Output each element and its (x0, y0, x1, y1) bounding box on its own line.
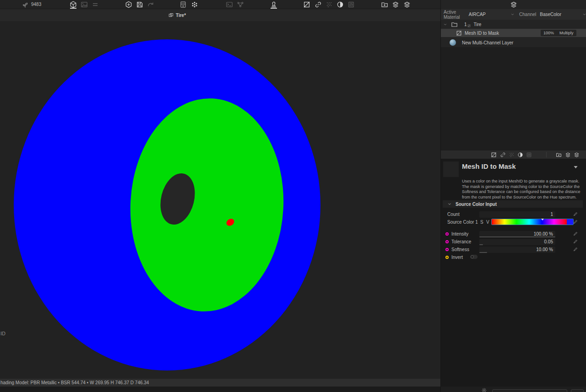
status-bar-text: hading Model: PBR Metallic • BSR 544.74 … (0, 380, 149, 385)
hue-marker-caret[interactable] (541, 219, 544, 220)
stamp-tool-icon[interactable] (270, 1, 277, 8)
channel-select[interactable]: BaseColor (540, 12, 561, 17)
cube-view-icon[interactable] (70, 1, 77, 8)
render-icon[interactable] (179, 1, 187, 8)
softness-label: Softness (451, 247, 469, 252)
count-row: Count 1 (441, 211, 586, 218)
status-bar: hading Model: PBR Metallic • BSR 544.74 … (0, 379, 440, 387)
toolbar-divider (546, 152, 547, 157)
tolerance-slider[interactable]: 0.05 (479, 239, 555, 245)
param-indicator-icon[interactable] (445, 256, 449, 259)
expand-caret-icon[interactable] (443, 22, 447, 27)
mask-layer-row[interactable]: Mesh ID to Mask 100% Multiply (441, 29, 586, 37)
link-icon[interactable] (500, 152, 506, 158)
param-indicator-icon[interactable] (445, 248, 449, 251)
tri-count: 9483 (31, 2, 41, 7)
image-view-icon[interactable] (81, 1, 88, 8)
toggle-knob (471, 255, 474, 258)
layer-opacity[interactable]: 100% (543, 31, 554, 35)
active-material-label: Active Material (444, 10, 465, 20)
levels-icon[interactable] (526, 152, 532, 158)
gear-icon[interactable] (481, 387, 487, 392)
layer-blend-mode[interactable]: Multiply (559, 31, 574, 35)
hue-spectrum-control[interactable] (491, 219, 574, 225)
layer-icon[interactable] (392, 1, 399, 8)
link-icon[interactable] (315, 1, 322, 8)
hex-add-icon[interactable] (125, 1, 132, 8)
layers-panel-icon[interactable] (510, 1, 517, 8)
active-material-select[interactable]: AIRCAP (469, 12, 486, 17)
effect-title: Mesh ID to Mask (462, 162, 572, 170)
contrast-icon[interactable] (517, 152, 523, 158)
edit-pencil-icon[interactable] (573, 239, 578, 244)
mask-icon[interactable] (491, 152, 497, 158)
fill-layer-row[interactable]: New Multi-Channel Layer (441, 38, 586, 47)
layer-icon[interactable] (565, 152, 571, 158)
chevron-down-icon (447, 202, 452, 206)
invert-toggle[interactable] (470, 254, 478, 259)
triangle-down-icon[interactable] (573, 164, 579, 170)
mask-effects-toolbar (441, 150, 586, 159)
viewport-tab-label: Tire* (176, 13, 186, 18)
list-view-icon[interactable] (92, 1, 99, 8)
count-slider[interactable]: 1 (479, 211, 555, 218)
layer-blend-chip[interactable]: 100% Multiply (541, 30, 576, 36)
cutoff-dropdown[interactable] (492, 389, 567, 392)
selected-color-swatch[interactable] (567, 219, 573, 225)
layers-icon[interactable] (403, 1, 411, 8)
slider-fill (479, 244, 483, 245)
viewport-tab[interactable]: Tire* (168, 11, 186, 19)
cutoff-button[interactable] (571, 389, 584, 392)
split-view-icon (168, 13, 174, 18)
particles-icon[interactable] (191, 1, 198, 8)
chevron-down-icon[interactable] (510, 12, 515, 16)
channel-label: Channel (519, 12, 536, 17)
stamp-active-underline (271, 8, 277, 9)
redo-icon[interactable] (147, 1, 154, 8)
edit-pencil-icon[interactable] (573, 231, 578, 236)
count-value[interactable]: 1 (550, 212, 553, 217)
softness-row: Softness 10.00 % (441, 246, 586, 253)
param-indicator-icon[interactable] (445, 240, 449, 243)
active-material-row: Active Material AIRCAP Channel BaseColor (441, 9, 586, 20)
mask-icon (456, 30, 462, 36)
node-graph-icon[interactable] (237, 1, 244, 8)
slider-fill (479, 236, 555, 237)
softness-slider[interactable]: 10.00 % (479, 247, 555, 253)
viewport-mode-overlay-label: ID (0, 331, 5, 336)
tolerance-row: Tolerance 0.05 (441, 238, 586, 245)
add-folder-icon[interactable] (381, 1, 388, 8)
tolerance-label: Tolerance (451, 239, 471, 244)
hue-spectrum-bar[interactable] (492, 219, 567, 225)
viewport-3d[interactable]: ID (0, 21, 440, 379)
tolerance-value[interactable]: 0.05 (544, 239, 553, 244)
intensity-slider[interactable]: 100.00 % (479, 231, 555, 237)
saturation-button[interactable]: S (480, 220, 483, 225)
mask-mini-icon (467, 24, 471, 27)
softness-value[interactable]: 10.00 % (536, 247, 553, 252)
mask-icon[interactable] (303, 1, 310, 8)
source-color-label: Source Color 1 (447, 220, 478, 225)
add-folder-icon[interactable] (556, 152, 562, 158)
terminal-icon[interactable] (226, 1, 233, 8)
layer-stack-empty-area[interactable] (441, 47, 586, 150)
source-color-input-section[interactable]: Source Color Input (443, 200, 583, 208)
folder-row-tire[interactable]: 1 Tire (441, 20, 586, 28)
chevron-down-icon[interactable] (582, 12, 586, 16)
contrast-icon[interactable] (336, 1, 344, 8)
dissolve-icon[interactable] (326, 1, 333, 8)
edit-pencil-icon[interactable] (573, 211, 578, 217)
layers-icon[interactable] (574, 152, 580, 158)
value-button[interactable]: V (486, 220, 489, 225)
layers-panel-header (441, 0, 586, 9)
plant-icon[interactable] (22, 1, 29, 8)
dissolve-icon[interactable] (509, 152, 515, 158)
levels-icon[interactable] (347, 1, 355, 8)
intensity-value[interactable]: 100.00 % (534, 231, 553, 236)
edit-pencil-icon[interactable] (573, 247, 578, 252)
effect-description: Uses a color on the input MeshID to gene… (462, 179, 583, 200)
right-panel: Active Material AIRCAP Channel BaseColor… (440, 0, 586, 392)
save-icon[interactable] (136, 1, 143, 8)
color-picker-pencil-icon[interactable] (573, 219, 578, 225)
param-indicator-icon[interactable] (445, 232, 449, 236)
